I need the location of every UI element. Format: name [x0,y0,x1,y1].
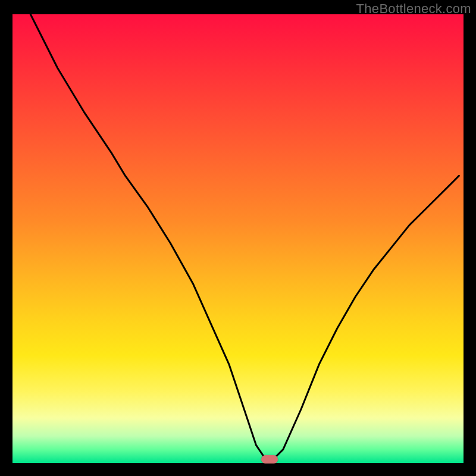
optimum-marker [261,455,278,464]
chart-frame: TheBottleneck.com [0,0,476,476]
plot-area [12,14,464,463]
bottleneck-curve [12,14,464,463]
watermark-text: TheBottleneck.com [356,1,471,17]
